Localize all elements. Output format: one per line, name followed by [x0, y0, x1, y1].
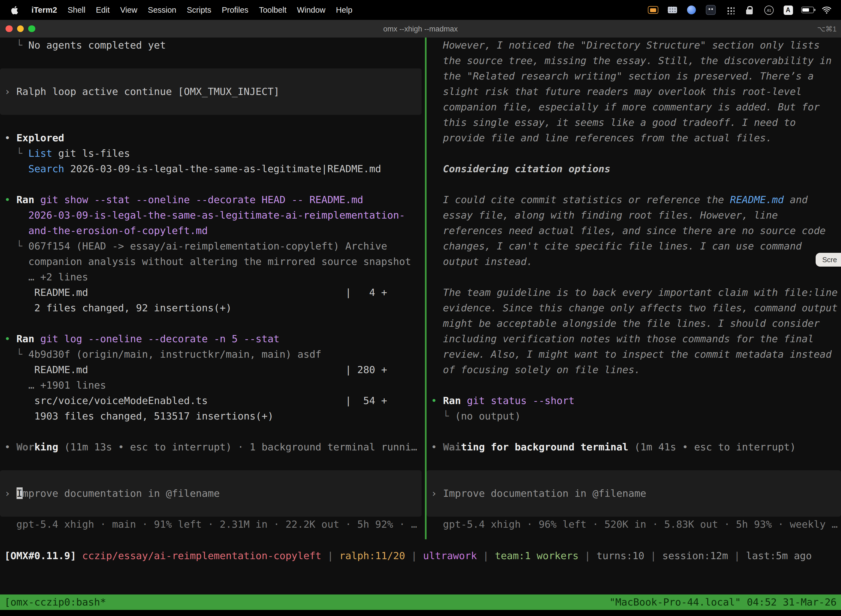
terminal-line: • Ran git status --short: [426, 393, 841, 408]
blank-line: [426, 424, 841, 439]
left-pane[interactable]: └ No agents completed yet› Ralph loop ac…: [0, 38, 425, 532]
terminal-line: including verification notes with those …: [426, 331, 841, 347]
menu-left: iTerm2ShellEditViewSessionScriptsProfile…: [8, 3, 352, 16]
menu-item-scripts[interactable]: Scripts: [187, 6, 211, 14]
text-segment: README.md | 280 +: [4, 364, 387, 375]
menu-item-view[interactable]: View: [120, 6, 137, 14]
blank-line: [0, 115, 425, 130]
text-segment: last:5m ago: [746, 550, 812, 561]
dark-terminal-app-icon[interactable]: [704, 3, 717, 16]
text-segment: ting for background terminal: [461, 441, 628, 453]
menu-item-iterm2[interactable]: iTerm2: [31, 6, 57, 14]
screen-recording-icon[interactable]: [646, 3, 659, 16]
terminal-line: essay file, along with finding root file…: [426, 208, 841, 223]
text-segment: the "Related research writing" section i…: [431, 70, 814, 82]
blank-line: [0, 53, 425, 69]
gauge-label: .61: [764, 5, 774, 15]
text-segment: [461, 395, 467, 406]
text-segment: 067f154 (HEAD -> essay/ai-reimplementati…: [28, 240, 387, 252]
blue-app-icon[interactable]: [685, 3, 698, 16]
apple-menu-icon[interactable]: [8, 3, 21, 16]
battery-icon[interactable]: [801, 3, 814, 16]
text-segment: README.md: [730, 194, 784, 205]
text-segment: Ran: [16, 194, 34, 205]
terminal-line: • Ran git log --oneline --decorate -n 5 …: [0, 331, 425, 347]
lock-icon[interactable]: [743, 3, 756, 16]
text-segment: ›: [4, 85, 16, 97]
text-segment: ultrawork: [423, 550, 477, 561]
text-segment: king: [34, 441, 58, 453]
blank-line: [426, 269, 841, 285]
prompt-input[interactable]: › Improve documentation in @filename: [0, 470, 422, 517]
prompt-input[interactable]: › Improve documentation in @filename: [426, 470, 841, 517]
menu-item-edit[interactable]: Edit: [96, 6, 110, 14]
text-segment: No agents completed yet: [28, 39, 166, 51]
text-segment: companion analysis without altering the …: [4, 255, 411, 267]
terminal-line: README.md | 4 +: [0, 285, 425, 300]
terminal-line: └ 067f154 (HEAD -> essay/ai-reimplementa…: [0, 238, 425, 254]
wifi-icon[interactable]: [820, 3, 833, 16]
terminal-line: └ List git ls-files: [0, 146, 425, 161]
text-segment: output instead.: [431, 255, 533, 267]
terminal-line: changes, I can't cite specific file line…: [426, 238, 841, 254]
text-segment: git show --stat --oneline --decorate HEA…: [40, 194, 363, 205]
input-source-icon[interactable]: A: [781, 3, 795, 16]
text-segment: gpt-5.4 xhigh · 96% left · 520K in · 5.8…: [431, 518, 838, 530]
right-pane[interactable]: However, I noticed the "Directory Struct…: [426, 38, 841, 532]
terminal-line: companion analysis without altering the …: [0, 254, 425, 269]
text-segment: Explored: [16, 132, 64, 144]
text-segment: and: [784, 194, 808, 205]
text-segment: (11m 13s • esc to interrupt) · 1 backgro…: [58, 441, 417, 453]
text-segment: |: [644, 550, 662, 561]
zoom-button[interactable]: [28, 25, 35, 32]
window-title: omx --xhigh --madmax: [0, 25, 841, 33]
dots-grid-icon[interactable]: [724, 3, 737, 16]
text-segment: Ralph loop active continue [OMX_TMUX_INJ…: [16, 85, 280, 97]
blank-line: [426, 378, 841, 393]
tmux-session-window[interactable]: [omx-cczip0:bash*: [4, 594, 106, 610]
terminal-line: gpt-5.4 xhigh · 96% left · 520K in · 5.8…: [426, 517, 841, 532]
text-segment: Improve documentation in @filename: [443, 487, 646, 499]
menu-item-session[interactable]: Session: [148, 6, 176, 14]
terminal-line: └ (no output): [426, 408, 841, 424]
menu-item-shell[interactable]: Shell: [67, 6, 85, 14]
terminal-line: the source tree, missing the essay. Stil…: [426, 53, 841, 69]
menu-item-help[interactable]: Help: [336, 6, 353, 14]
text-segment: slight risk that future readers may over…: [431, 85, 802, 97]
gauge-icon[interactable]: .61: [762, 3, 775, 16]
terminal-line: • Working (11m 13s • esc to interrupt) ·…: [0, 439, 425, 455]
window-controls: [6, 25, 35, 32]
menubar: iTerm2ShellEditViewSessionScriptsProfile…: [0, 0, 841, 20]
text-segment: Ran: [16, 333, 34, 345]
text-segment: changes, I can't cite specific file line…: [431, 240, 802, 252]
text-segment: git log --oneline --decorate -n 5 --stat: [40, 333, 280, 345]
text-segment: Wai: [443, 441, 461, 453]
text-segment: review. Also, I might want to inspect th…: [431, 348, 832, 360]
menu-item-window[interactable]: Window: [297, 6, 325, 14]
menu-item-profiles[interactable]: Profiles: [222, 6, 249, 14]
blank-line: [0, 455, 425, 470]
text-segment: •: [431, 395, 443, 406]
terminal-line: • Ran git show --stat --oneline --decora…: [0, 192, 425, 208]
text-segment: ›: [4, 487, 16, 499]
text-segment: 2026-03-09-is-legal-the-same-as-legitima…: [4, 209, 405, 221]
text-segment: cczip/essay/ai-reimplementation-copyleft: [82, 550, 321, 561]
keyboard-icon[interactable]: [665, 3, 679, 16]
minimize-button[interactable]: [17, 25, 24, 32]
input-source-label: A: [783, 5, 793, 15]
text-segment: └: [431, 410, 455, 422]
text-segment: •: [4, 333, 16, 345]
terminal-line: › Ralph loop active continue [OMX_TMUX_I…: [0, 84, 422, 99]
terminal-line: … +2 lines: [0, 269, 425, 285]
text-segment: The team guideline is to back every impo…: [431, 286, 838, 298]
text-segment: [34, 333, 40, 345]
terminal-line: output instead.: [426, 254, 841, 269]
terminal-line: 1903 files changed, 513517 insertions(+): [0, 408, 425, 424]
close-button[interactable]: [6, 25, 12, 32]
terminal-line: this single essay, it seems like a good …: [426, 115, 841, 130]
titlebar[interactable]: omx --xhigh --madmax ⌥⌘1: [0, 20, 841, 38]
text-segment: provide file and line references from th…: [431, 132, 772, 144]
screenshot-chip[interactable]: Scre: [816, 253, 841, 267]
text-segment: •: [4, 194, 16, 205]
menu-item-toolbelt[interactable]: Toolbelt: [259, 6, 286, 14]
